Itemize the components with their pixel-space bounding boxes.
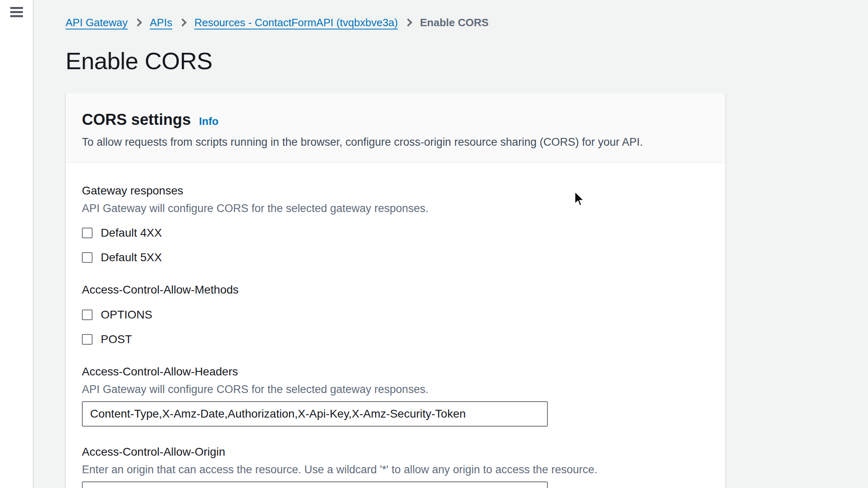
checkbox-options[interactable] — [82, 310, 93, 320]
breadcrumb-resources[interactable]: Resources - ContactFormAPI (tvqbxbve3a) — [194, 16, 398, 29]
checkbox-row-options[interactable]: OPTIONS — [82, 308, 152, 322]
allow-methods-label: Access-Control-Allow-Methods — [82, 282, 709, 297]
chevron-right-icon — [179, 18, 187, 27]
checkbox-row-default-5xx[interactable]: Default 5XX — [82, 251, 162, 264]
info-link[interactable]: Info — [199, 115, 219, 128]
checkbox-row-default-4xx[interactable]: Default 4XX — [82, 226, 162, 240]
chevron-right-icon — [404, 18, 412, 27]
cors-settings-title: CORS settings — [82, 111, 191, 129]
checkbox-default-4xx[interactable] — [82, 228, 93, 238]
checkbox-post[interactable] — [82, 334, 93, 345]
checkbox-label-default-5xx[interactable]: Default 5XX — [101, 251, 162, 264]
page-title: Enable CORS — [66, 47, 868, 75]
main-content: API Gateway APIs Resources - ContactForm… — [33, 0, 868, 488]
field-group-allow-headers: Access-Control-Allow-Headers API Gateway… — [82, 364, 709, 427]
allow-headers-input[interactable] — [82, 401, 548, 427]
allow-headers-description: API Gateway will configure CORS for the … — [82, 382, 709, 396]
checkbox-label-post[interactable]: POST — [101, 332, 132, 346]
cors-settings-description: To allow requests from scripts running i… — [82, 135, 709, 149]
field-group-allow-methods: Access-Control-Allow-Methods OPTIONS POS… — [82, 282, 709, 346]
cors-settings-card: CORS settings Info To allow requests fro… — [66, 93, 726, 488]
breadcrumb-api-gateway[interactable]: API Gateway — [66, 16, 128, 29]
allow-headers-label: Access-Control-Allow-Headers — [82, 364, 709, 379]
cors-settings-card-body: Gateway responses API Gateway will confi… — [66, 163, 726, 488]
breadcrumb-current-enable-cors: Enable CORS — [420, 16, 489, 29]
field-group-gateway-responses: Gateway responses API Gateway will confi… — [82, 183, 709, 264]
side-navigation-rail — [0, 0, 33, 488]
checkbox-label-options[interactable]: OPTIONS — [101, 308, 152, 322]
checkbox-row-post[interactable]: POST — [82, 332, 132, 346]
field-group-allow-origin: Access-Control-Allow-Origin Enter an ori… — [82, 445, 709, 488]
checkbox-label-default-4xx[interactable]: Default 4XX — [101, 226, 162, 240]
chevron-right-icon — [134, 18, 142, 27]
gateway-responses-description: API Gateway will configure CORS for the … — [82, 201, 709, 215]
gateway-responses-label: Gateway responses — [82, 183, 709, 198]
allow-origin-description: Enter an origin that can access the reso… — [82, 463, 709, 477]
allow-origin-input[interactable] — [82, 481, 548, 488]
breadcrumb-apis[interactable]: APIs — [150, 16, 172, 29]
cors-settings-card-header: CORS settings Info To allow requests fro… — [66, 93, 726, 163]
hamburger-menu-icon[interactable] — [10, 7, 23, 17]
allow-origin-label: Access-Control-Allow-Origin — [82, 445, 709, 459]
breadcrumb: API Gateway APIs Resources - ContactForm… — [66, 16, 868, 29]
checkbox-default-5xx[interactable] — [82, 252, 93, 263]
